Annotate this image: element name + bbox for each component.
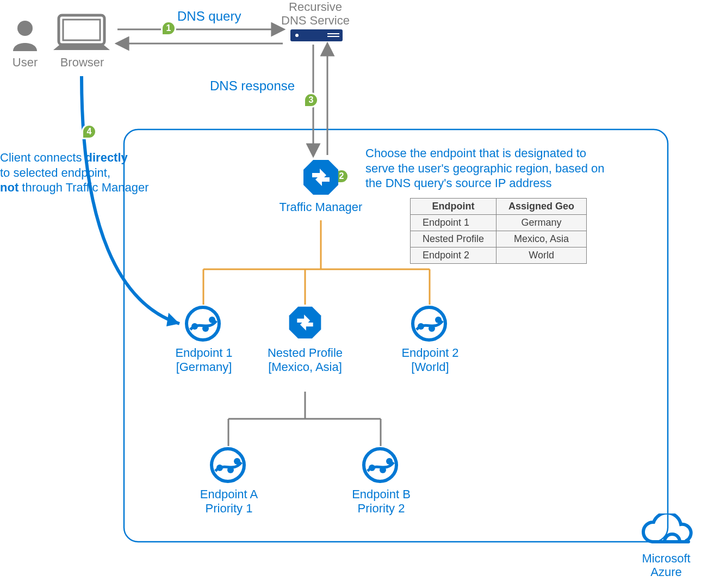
step4-bold2: not (0, 181, 18, 194)
user-icon (10, 18, 40, 53)
endpoint2-label: Endpoint 2 [World] (389, 346, 471, 375)
endpoint1-label: Endpoint 1 [Germany] (163, 346, 245, 375)
endpoint2-icon (410, 305, 448, 345)
svg-rect-20 (327, 33, 339, 34)
step4-callout: Client connects directly to selected end… (0, 150, 158, 195)
dns-response-label: DNS response (210, 78, 295, 94)
endpointB-label: Endpoint B Priority 2 (340, 487, 422, 516)
recursive-dns-line1: Recursive (289, 0, 342, 14)
step2-callout: Choose the endpoint that is designated t… (365, 146, 648, 191)
traffic-manager-icon (301, 158, 340, 199)
table-row: Endpoint 1 Germany (411, 215, 587, 231)
step-badge-4: 4 (82, 124, 97, 139)
traffic-manager-label: Traffic Manager (272, 200, 370, 214)
step4-post: through Traffic Manager (18, 181, 148, 194)
svg-point-15 (17, 21, 33, 36)
svg-rect-21 (327, 36, 339, 37)
dns-server-icon (290, 29, 343, 46)
step4-bold1: directly (85, 151, 128, 164)
browser-label: Browser (52, 55, 112, 70)
geo-table: Endpoint Assigned Geo Endpoint 1 Germany… (410, 198, 587, 264)
table-row: Nested Profile Mexico, Asia (411, 231, 587, 247)
recursive-dns-label: Recursive DNS Service (266, 0, 364, 28)
nested-profile-icon (287, 305, 323, 343)
table-row: Endpoint 2 World (411, 247, 587, 264)
step2-line1: Choose the endpoint that is designated t… (365, 146, 586, 160)
azure-cloud-icon (636, 513, 696, 554)
step-badge-1: 1 (161, 21, 176, 36)
step2-line2: serve the user's geographic region, base… (365, 162, 605, 175)
browser-icon (49, 12, 114, 58)
geo-th-endpoint: Endpoint (411, 199, 496, 215)
endpoint1-icon (184, 305, 222, 345)
step2-line3: the DNS query's source IP address (365, 176, 552, 190)
endpointA-icon (209, 446, 247, 486)
svg-point-19 (295, 34, 299, 37)
dns-query-label: DNS query (177, 9, 241, 24)
step4-mid: to selected endpoint, (0, 166, 110, 180)
geo-th-assigned: Assigned Geo (496, 199, 587, 215)
endpointB-icon (361, 446, 399, 486)
recursive-dns-line2: DNS Service (281, 14, 350, 27)
endpointA-label: Endpoint A Priority 1 (188, 487, 270, 516)
step4-pre: Client connects (0, 151, 85, 164)
azure-label: Microsoft Azure (631, 552, 702, 579)
svg-rect-17 (63, 20, 100, 40)
step-badge-3: 3 (303, 92, 319, 108)
user-label: User (4, 55, 46, 70)
nested-profile-label: Nested Profile [Mexico, Asia] (259, 346, 351, 375)
